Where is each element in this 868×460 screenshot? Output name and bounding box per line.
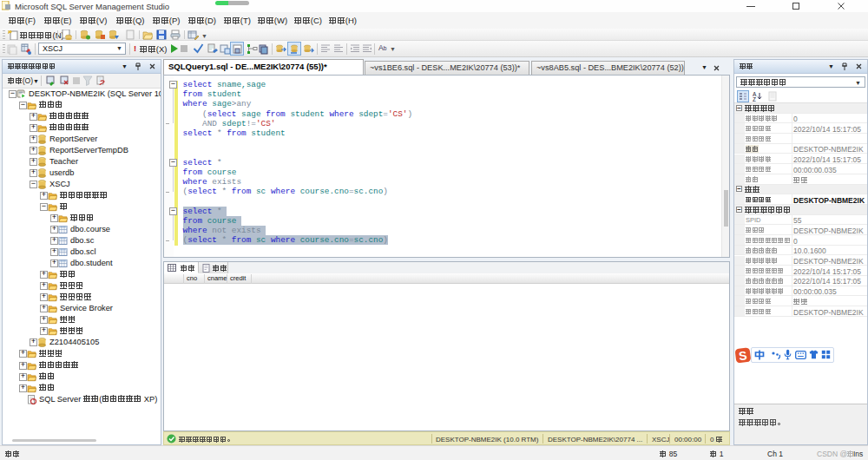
svg-text:S: S (738, 348, 747, 363)
svg-text:Z: Z (753, 96, 756, 102)
